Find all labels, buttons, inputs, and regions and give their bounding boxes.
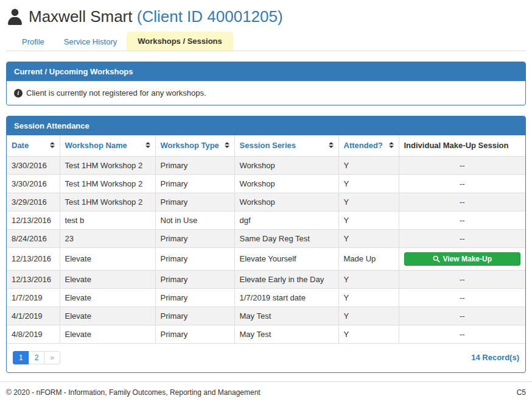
record-count: 14 Record(s) — [471, 353, 519, 362]
table-row: 4/1/2019ElevatePrimaryMay TestY-- — [7, 307, 525, 325]
table-row: 12/13/2016ElevatePrimaryElevate Early in… — [7, 270, 525, 288]
table-row: 1/7/2019ElevatePrimary1/7/2019 start dat… — [7, 288, 525, 307]
upcoming-workshops-panel: Current / Upcoming Workshops i Client is… — [6, 62, 526, 105]
sort-icon[interactable] — [50, 142, 55, 148]
cell-makeup: -- — [399, 211, 525, 229]
cell-workshop-name: Elevate — [60, 270, 155, 288]
cell-workshop-type: Primary — [155, 156, 234, 174]
tab-bar: Profile Service History Workshops / Sess… — [6, 32, 526, 51]
sort-icon[interactable] — [329, 142, 334, 148]
cell-session-series: 1/7/2019 start date — [234, 288, 338, 307]
tab-workshops-sessions[interactable]: Workshops / Sessions — [127, 32, 233, 51]
table-row: 3/29/2016Test 1HM Workshop 2PrimaryWorks… — [7, 193, 525, 211]
search-icon — [433, 255, 440, 263]
page-next-button[interactable]: » — [44, 351, 60, 364]
cell-workshop-type: Primary — [155, 307, 234, 325]
sort-icon[interactable] — [145, 142, 150, 148]
page-2-button[interactable]: 2 — [29, 351, 45, 364]
cell-workshop-name: Test 1HM Workshop 2 — [60, 156, 155, 174]
client-header: Maxwell Smart (Client ID 40001205) — [6, 7, 526, 26]
column-header-makeup: Individual Make-Up Session — [399, 135, 525, 156]
cell-attended: Y — [338, 288, 399, 307]
cell-session-series: May Test — [234, 325, 338, 343]
cell-workshop-name: Test 1HM Workshop 2 — [60, 193, 155, 211]
sort-icon[interactable] — [389, 142, 394, 148]
cell-attended: Y — [338, 229, 399, 247]
cell-date: 12/13/2016 — [7, 211, 60, 229]
cell-workshop-name: Elevate — [60, 325, 155, 343]
pagination: 12» — [13, 351, 60, 364]
cell-date: 3/29/2016 — [7, 193, 60, 211]
cell-makeup: -- — [399, 156, 525, 174]
page-container: Maxwell Smart (Client ID 40001205) Profi… — [0, 0, 532, 373]
table-row: 4/8/2019ElevatePrimaryMay TestY-- — [7, 325, 525, 343]
cell-workshop-type: Primary — [155, 325, 234, 343]
cell-makeup: -- — [399, 307, 525, 325]
cell-date: 4/8/2019 — [7, 325, 60, 343]
footer-copyright: © 2020 - nFORM - Information, Family Out… — [6, 388, 261, 397]
table-row: 3/30/2016Test 1HM Workshop 2PrimaryWorks… — [7, 156, 525, 174]
cell-attended: Made Up — [338, 247, 399, 270]
cell-workshop-name: Test 1HM Workshop 2 — [60, 174, 155, 193]
cell-session-series: Workshop — [234, 156, 338, 174]
cell-attended: Y — [338, 156, 399, 174]
client-name: Maxwell Smart — [29, 7, 132, 26]
cell-makeup: -- — [399, 325, 525, 343]
cell-attended: Y — [338, 174, 399, 193]
cell-date: 12/13/2016 — [7, 247, 60, 270]
table-row: 3/30/2016Test 1HM Workshop 2PrimaryWorks… — [7, 174, 525, 193]
cell-session-series: Workshop — [234, 174, 338, 193]
cell-workshop-name: 23 — [60, 229, 155, 247]
cell-attended: Y — [338, 325, 399, 343]
table-row: 12/13/2016test bNot in UsedgfY-- — [7, 211, 525, 229]
cell-workshop-type: Primary — [155, 174, 234, 193]
cell-attended: Y — [338, 211, 399, 229]
table-row: 8/24/201623PrimarySame Day Reg TestY-- — [7, 229, 525, 247]
no-workshops-message: Client is currently not registered for a… — [26, 88, 206, 98]
view-makeup-label: View Make-Up — [443, 255, 492, 263]
view-makeup-button[interactable]: View Make-Up — [404, 252, 521, 266]
column-header-attended[interactable]: Attended? — [338, 135, 399, 156]
cell-workshop-type: Primary — [155, 193, 234, 211]
session-attendance-panel: Session Attendance Date Workshop Name Wo… — [6, 116, 526, 373]
sort-icon[interactable] — [225, 142, 229, 148]
page-1-button[interactable]: 1 — [13, 351, 29, 364]
cell-date: 1/7/2019 — [7, 288, 60, 307]
upcoming-workshops-panel-body: i Client is currently not registered for… — [7, 81, 525, 105]
cell-date: 8/24/2016 — [7, 229, 60, 247]
page-title: Maxwell Smart (Client ID 40001205) — [29, 7, 283, 26]
tab-service-history[interactable]: Service History — [54, 33, 127, 51]
site-footer: © 2020 - nFORM - Information, Family Out… — [0, 381, 532, 401]
cell-workshop-type: Primary — [155, 270, 234, 288]
footer-page-code: C5 — [517, 388, 526, 397]
cell-workshop-type: Not in Use — [155, 211, 234, 229]
session-attendance-table: Date Workshop Name Workshop Type Session… — [7, 135, 525, 344]
column-header-workshop-name[interactable]: Workshop Name — [60, 135, 155, 156]
cell-date: 3/30/2016 — [7, 156, 60, 174]
cell-date: 12/13/2016 — [7, 270, 60, 288]
cell-session-series: Workshop — [234, 193, 338, 211]
cell-date: 4/1/2019 — [7, 307, 60, 325]
session-attendance-panel-title: Session Attendance — [7, 116, 525, 135]
cell-makeup: -- — [399, 270, 525, 288]
cell-makeup: -- — [399, 229, 525, 247]
column-header-date[interactable]: Date — [7, 135, 60, 156]
cell-session-series: Elevate Yourself — [234, 247, 338, 270]
cell-workshop-name: Elevate — [60, 247, 155, 270]
cell-session-series: May Test — [234, 307, 338, 325]
cell-workshop-name: test b — [60, 211, 155, 229]
cell-attended: Y — [338, 307, 399, 325]
cell-makeup: -- — [399, 174, 525, 193]
table-row: 12/13/2016ElevatePrimaryElevate Yourself… — [7, 247, 525, 270]
column-header-workshop-type[interactable]: Workshop Type — [155, 135, 234, 156]
table-header-row: Date Workshop Name Workshop Type Session… — [7, 135, 525, 156]
tab-profile[interactable]: Profile — [12, 33, 54, 51]
info-icon: i — [14, 89, 23, 98]
upcoming-workshops-panel-title: Current / Upcoming Workshops — [7, 62, 525, 81]
cell-attended: Y — [338, 270, 399, 288]
cell-makeup: -- — [399, 288, 525, 307]
cell-session-series: dgf — [234, 211, 338, 229]
cell-workshop-type: Primary — [155, 229, 234, 247]
column-header-session-series[interactable]: Session Series — [234, 135, 338, 156]
cell-workshop-name: Elevate — [60, 307, 155, 325]
